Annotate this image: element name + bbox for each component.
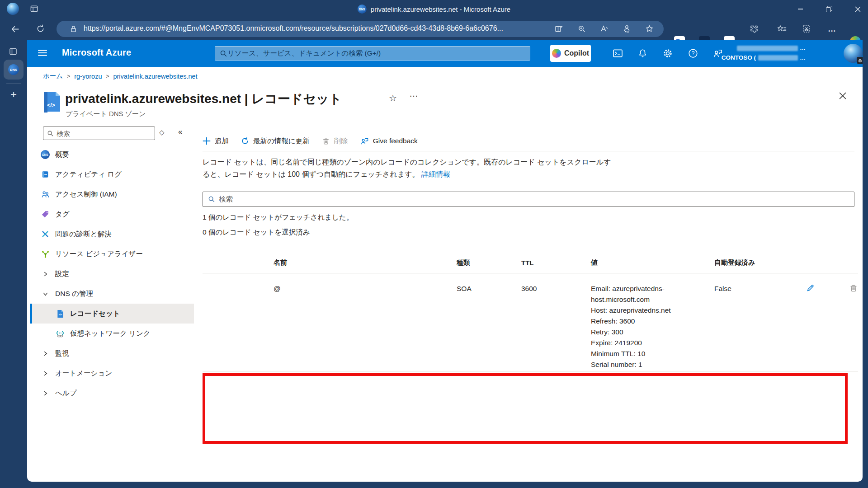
notifications-bell-icon[interactable]	[638, 48, 647, 58]
browser-toolbar: https://portal.azure.com/#@MngEnvMCAP073…	[0, 18, 868, 40]
web-capture-icon[interactable]	[802, 24, 811, 33]
favorite-page-star-icon[interactable]: ☆	[389, 93, 397, 103]
copilot-icon	[552, 49, 561, 58]
breadcrumb-separator: >	[67, 73, 70, 80]
sidebar-item-settings[interactable]: 設定	[30, 264, 194, 284]
collapse-menu-icon[interactable]: «	[178, 127, 182, 136]
favorites-bar-icon[interactable]	[777, 24, 787, 33]
sidebar-item-help[interactable]: ヘルプ	[30, 383, 194, 403]
chevron-right-icon	[41, 349, 50, 358]
tab-title-text: privatelink.azurewebsites.net - Microsof…	[371, 5, 510, 13]
cloud-shell-icon[interactable]	[613, 48, 623, 58]
chevron-right-icon	[41, 369, 50, 378]
back-icon[interactable]	[10, 24, 20, 34]
cell-name[interactable]: @	[274, 283, 457, 370]
delete-button[interactable]: 削除	[322, 136, 348, 146]
tag-icon	[41, 210, 50, 219]
sidebar-item-dns-management[interactable]: DNS の管理	[30, 284, 194, 304]
column-header-ttl[interactable]: TTL	[521, 259, 591, 267]
refresh-icon[interactable]	[36, 24, 45, 33]
refresh-button[interactable]: 最新の情報に更新	[241, 136, 310, 146]
record-sets-table: 名前 種類 TTL 値 自動登録済み @ SOA 3600 Email: azu…	[203, 252, 858, 372]
minimize-button[interactable]	[790, 0, 811, 18]
sidebar-item-record-sets[interactable]: </> レコードセット	[30, 304, 194, 324]
edit-record-icon[interactable]	[806, 283, 815, 292]
help-icon[interactable]: ?	[688, 48, 698, 58]
svg-text:</>: </>	[47, 102, 55, 108]
activity-log-icon	[41, 170, 50, 179]
global-search-box[interactable]	[215, 46, 530, 61]
access-control-icon	[41, 190, 50, 199]
annotation-red-box	[203, 373, 848, 444]
record-set-search-box[interactable]	[203, 192, 854, 207]
restore-button[interactable]	[818, 0, 839, 18]
breadcrumb-resource[interactable]: privatelink.azurewebsites.net	[113, 73, 197, 80]
resource-menu: DNS 概要 アクティビティ ログ アクセス制御 (IAM)	[30, 145, 194, 403]
account-avatar[interactable]	[844, 44, 863, 63]
tab-actions-icon[interactable]	[9, 47, 18, 56]
table-row[interactable]: @ SOA 3600 Email: azureprivatedns- host.…	[203, 273, 858, 372]
redacted-tenant-id	[758, 55, 798, 61]
page-title: privatelink.azurewebsites.net | レコードセット	[65, 90, 342, 108]
page-more-icon[interactable]: …	[409, 89, 419, 99]
delete-record-icon[interactable]	[849, 283, 858, 292]
menu-reorder-icon[interactable]: ◇	[159, 128, 165, 136]
lock-badge-icon	[857, 57, 863, 64]
settings-gear-icon[interactable]	[663, 48, 673, 58]
sidebar-item-vnet-links[interactable]: 仮想ネットワーク リンク	[30, 324, 194, 343]
tenant-more-icon: …	[800, 54, 806, 61]
menu-search-box[interactable]	[43, 127, 155, 140]
learn-more-link[interactable]: 詳細情報	[421, 170, 450, 178]
sidebar-item-activity-log[interactable]: アクティビティ ログ	[30, 164, 194, 184]
url-bar[interactable]: https://portal.azure.com/#@MngEnvMCAP073…	[57, 21, 664, 37]
column-header-auto-registered[interactable]: 自動登録済み	[714, 258, 789, 267]
breadcrumb-resource-group[interactable]: rg-yorozu	[74, 73, 102, 80]
browser-titlebar: DNS privatelink.azurewebsites.net - Micr…	[0, 0, 868, 18]
copilot-button[interactable]: Copilot	[550, 45, 591, 62]
sidebar-item-resource-visualizer[interactable]: リソース ビジュアライザー	[30, 244, 194, 264]
azure-portal-page: Microsoft Azure Copilot	[27, 40, 863, 482]
column-header-name[interactable]: 名前	[274, 258, 457, 267]
person-sync-icon[interactable]	[623, 24, 631, 33]
azure-brand[interactable]: Microsoft Azure	[62, 47, 131, 58]
give-feedback-button[interactable]: Give feedback	[360, 137, 418, 145]
sidebar-item-diagnose[interactable]: 問題の診断と解決	[30, 224, 194, 244]
account-info[interactable]: … CONTOSO ( …	[722, 44, 806, 61]
browser-settings-more-icon[interactable]: …	[828, 24, 836, 34]
hamburger-menu-icon[interactable]	[37, 47, 48, 58]
search-icon	[47, 130, 54, 137]
sidebar-item-access-control[interactable]: アクセス制御 (IAM)	[30, 184, 194, 204]
global-search-input[interactable]	[227, 49, 508, 57]
account-more-icon: …	[800, 45, 806, 52]
azure-top-bar: Microsoft Azure Copilot	[27, 40, 863, 67]
cell-ttl: 3600	[521, 283, 591, 370]
sidebar-item-overview[interactable]: DNS 概要	[30, 145, 194, 164]
sidebar-item-tags[interactable]: タグ	[30, 204, 194, 224]
cell-type: SOA	[457, 283, 521, 370]
column-header-type[interactable]: 種類	[457, 258, 521, 267]
trash-icon	[322, 137, 330, 145]
zoom-icon[interactable]	[578, 25, 586, 33]
breadcrumb-home[interactable]: ホーム	[43, 72, 63, 80]
column-header-value[interactable]: 値	[591, 258, 714, 267]
extensions-puzzle-icon[interactable]	[750, 24, 759, 33]
record-set-search-input[interactable]	[219, 195, 807, 203]
favorite-star-icon[interactable]	[645, 24, 654, 33]
url-text[interactable]: https://portal.azure.com/#@MngEnvMCAP073…	[84, 24, 545, 33]
fetched-count-text: 1 個のレコード セットがフェッチされました。	[203, 213, 353, 222]
menu-search-input[interactable]	[57, 130, 147, 137]
active-vertical-tab[interactable]: DNS	[4, 60, 24, 80]
sidebar-item-monitoring[interactable]: 監視	[30, 343, 194, 363]
close-blade-icon[interactable]	[839, 92, 846, 99]
close-window-button[interactable]	[847, 0, 868, 18]
page-subtitle: プライベート DNS ゾーン	[66, 110, 146, 118]
sidebar-item-automation[interactable]: オートメーション	[30, 363, 194, 383]
new-tab-button[interactable]: +	[0, 86, 27, 103]
workspaces-icon[interactable]	[30, 5, 38, 13]
dns-zone-icon: DNS	[41, 150, 50, 159]
read-aloud-icon[interactable]	[600, 24, 609, 33]
add-record-set-button[interactable]: 追加	[203, 136, 229, 146]
browser-profile-avatar[interactable]	[7, 3, 19, 15]
plus-icon	[203, 137, 211, 145]
split-screen-icon[interactable]	[555, 25, 563, 33]
